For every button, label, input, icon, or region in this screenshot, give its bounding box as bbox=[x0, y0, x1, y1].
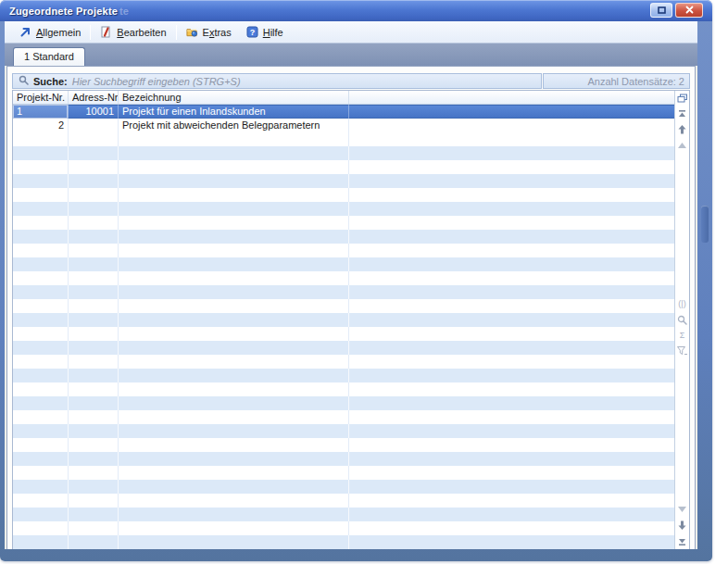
column-header-projekt-nr[interactable]: Projekt-Nr. bbox=[13, 91, 69, 104]
table-cell bbox=[119, 494, 349, 508]
table-cell bbox=[69, 313, 119, 327]
table-row-empty bbox=[13, 466, 674, 480]
table-cell bbox=[69, 174, 119, 188]
tab-standard[interactable]: 1 Standard bbox=[13, 47, 85, 66]
table-cell bbox=[13, 244, 69, 257]
table-cell bbox=[13, 174, 69, 188]
restore-icon bbox=[658, 5, 666, 16]
table-cell bbox=[119, 521, 349, 535]
table-cell bbox=[69, 410, 119, 424]
table-cell[interactable]: 2 bbox=[13, 119, 69, 132]
menu-item-allgemein[interactable]: Allgemein bbox=[12, 24, 88, 40]
fit-columns-icon[interactable]: (|) bbox=[677, 298, 688, 309]
table-cell bbox=[13, 257, 69, 271]
table-row-empty bbox=[13, 521, 674, 535]
table-cell bbox=[13, 369, 69, 382]
table-cell bbox=[119, 132, 349, 146]
table-cell bbox=[349, 271, 674, 285]
step-up-icon[interactable] bbox=[677, 140, 688, 151]
table-cell bbox=[119, 271, 349, 285]
table-row-empty bbox=[13, 174, 674, 188]
table-cell bbox=[349, 257, 674, 271]
table-cell[interactable] bbox=[69, 119, 119, 132]
table-cell bbox=[13, 424, 69, 438]
table-cell bbox=[119, 299, 349, 313]
table-cell bbox=[69, 160, 119, 174]
table-row[interactable]: 110001Projekt für einen Inlandskunden bbox=[13, 105, 674, 119]
page-up-icon[interactable] bbox=[677, 124, 688, 135]
search-placeholder: Hier Suchbegriff eingeben (STRG+S) bbox=[72, 76, 241, 87]
table-cell bbox=[119, 466, 349, 480]
sum-icon[interactable]: Σ bbox=[677, 330, 688, 341]
menu-item-hilfe[interactable]: ? Hilfe bbox=[239, 24, 291, 40]
table-cell[interactable]: Projekt für einen Inlandskunden bbox=[119, 105, 349, 119]
table-cell bbox=[69, 271, 119, 285]
menu-item-label: Hilfe bbox=[263, 27, 283, 38]
table-cell bbox=[119, 480, 349, 494]
table-cell bbox=[349, 146, 674, 160]
scroll-bottom-icon[interactable] bbox=[677, 535, 688, 546]
table-cell bbox=[13, 341, 69, 355]
menu-item-bearbeiten[interactable]: Bearbeiten bbox=[93, 24, 173, 40]
table-row-empty bbox=[13, 188, 674, 202]
table-cell bbox=[13, 355, 69, 369]
table-cell bbox=[69, 369, 119, 382]
column-header-empty[interactable] bbox=[349, 91, 674, 104]
filter-icon[interactable] bbox=[677, 345, 688, 357]
step-down-icon[interactable] bbox=[677, 504, 688, 515]
table-cell[interactable] bbox=[349, 105, 674, 119]
panel-wrap: Suche: Hier Suchbegriff eingeben (STRG+S… bbox=[5, 66, 697, 549]
table-cell bbox=[349, 216, 674, 230]
table-cell bbox=[119, 341, 349, 355]
close-button[interactable] bbox=[675, 3, 703, 18]
window-body: Allgemein Bearbeiten bbox=[5, 21, 697, 549]
table-cell bbox=[69, 521, 119, 535]
folder-tools-icon bbox=[186, 26, 198, 38]
table-cell bbox=[349, 452, 674, 466]
table-cell bbox=[349, 285, 674, 299]
table-cell bbox=[13, 271, 69, 285]
table-cell[interactable]: 10001 bbox=[69, 105, 119, 119]
table-row-empty bbox=[13, 382, 674, 396]
titlebar[interactable]: Zugeordnete Projekte te bbox=[0, 0, 712, 21]
table-row-empty bbox=[13, 327, 674, 341]
table-cell[interactable] bbox=[349, 119, 674, 132]
table-cell bbox=[119, 160, 349, 174]
close-icon bbox=[685, 5, 694, 16]
table-cell bbox=[69, 341, 119, 355]
table-cell bbox=[349, 299, 674, 313]
zoom-icon[interactable] bbox=[677, 314, 688, 325]
restore-button[interactable] bbox=[650, 3, 672, 18]
table-row-empty bbox=[13, 285, 674, 299]
table-cell bbox=[69, 355, 119, 369]
table-cell bbox=[13, 216, 69, 230]
table-cell bbox=[13, 188, 69, 202]
page-down-icon[interactable] bbox=[677, 520, 688, 531]
table-cell bbox=[13, 452, 69, 466]
table-header: Projekt-Nr. Adress-Nr. Bezeichnung bbox=[13, 91, 674, 105]
table-cell bbox=[69, 230, 119, 244]
scroll-top-icon[interactable] bbox=[677, 108, 688, 119]
table-cell bbox=[69, 188, 119, 202]
column-header-adress-nr[interactable]: Adress-Nr. bbox=[69, 91, 119, 104]
search-input[interactable]: Suche: Hier Suchbegriff eingeben (STRG+S… bbox=[12, 73, 542, 89]
table-cell bbox=[13, 494, 69, 508]
table-body: 110001Projekt für einen Inlandskunden2Pr… bbox=[13, 105, 674, 549]
table-cell bbox=[13, 202, 69, 216]
table-row[interactable]: 2Projekt mit abweichenden Belegparameter… bbox=[13, 119, 674, 132]
table-cell[interactable]: Projekt mit abweichenden Belegparametern bbox=[119, 119, 349, 132]
table-cell bbox=[69, 299, 119, 313]
table-cell[interactable]: 1 bbox=[13, 105, 69, 119]
table-cell bbox=[119, 146, 349, 160]
column-header-bezeichnung[interactable]: Bezeichnung bbox=[119, 91, 349, 104]
table-cell bbox=[69, 438, 119, 452]
table-row-empty bbox=[13, 480, 674, 494]
table-cell bbox=[69, 396, 119, 410]
table-row-empty bbox=[13, 438, 674, 452]
copy-icon[interactable] bbox=[677, 93, 688, 104]
panel: Suche: Hier Suchbegriff eingeben (STRG+S… bbox=[6, 66, 696, 549]
side-toolbar: (|) Σ bbox=[674, 91, 689, 549]
table-cell bbox=[13, 285, 69, 299]
menu-item-extras[interactable]: Extras bbox=[179, 24, 239, 40]
table-cell bbox=[119, 244, 349, 257]
